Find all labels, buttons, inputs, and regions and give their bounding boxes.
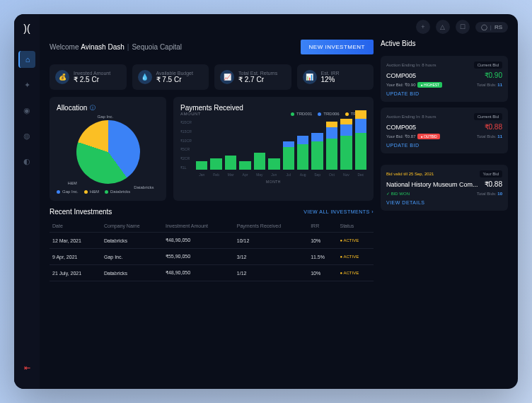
bid-badge: ● OUTBID bbox=[417, 134, 439, 139]
stat-label: Available Budget bbox=[156, 71, 193, 76]
bar-chart: ₹20CR₹15CR₹10CR₹5CR₹2CR₹1L bbox=[180, 120, 366, 170]
table-header-cell: Investment Amount bbox=[163, 220, 234, 233]
nav-logout[interactable]: ⇤ bbox=[18, 359, 35, 376]
bid-badge: ● HIGHEST bbox=[417, 82, 442, 88]
table-header-cell: Company Name bbox=[101, 220, 163, 233]
nav-reports[interactable]: ◍ bbox=[18, 127, 35, 144]
nav-portfolio[interactable]: ◉ bbox=[18, 102, 35, 119]
user-icon: ◯ bbox=[481, 24, 487, 30]
active-bids-title: Active Bids bbox=[381, 40, 508, 47]
bid-company-name: COMP005 bbox=[386, 72, 416, 79]
stats-row: 💰Invested Amount₹ 2.5 Cr💧Available Budge… bbox=[50, 64, 374, 90]
bid-value: ₹0.88 bbox=[485, 123, 502, 131]
payments-chart: Payments Received AMOUNT TRD001TRD006TRD… bbox=[173, 97, 374, 201]
bar-column bbox=[340, 119, 352, 170]
view-all-link[interactable]: VIEW ALL INVESTMENTS › bbox=[303, 209, 374, 214]
allocation-chart: Allocationⓘ Gap Inc. H&M Databricks Gap … bbox=[50, 97, 166, 201]
add-button[interactable]: + bbox=[416, 20, 430, 34]
table-row[interactable]: 9 Apr, 2021Gap Inc.₹55,90,0503/1211.5%AC… bbox=[50, 249, 374, 265]
right-column: Active Bids Auction Ending In: 8 hoursCu… bbox=[381, 40, 508, 379]
bell-icon: △ bbox=[440, 23, 445, 30]
main: + △ ☐ ◯|RS Welcome Avinash Dash|Sequoia … bbox=[40, 14, 518, 389]
legend-item: H&M bbox=[84, 189, 99, 194]
your-bid-label: Your Bid bbox=[480, 170, 502, 177]
bid-company-name: COMP005 bbox=[386, 124, 416, 131]
total-bids: Total Bids: 10 bbox=[477, 192, 502, 196]
legend-item: TRD001 bbox=[291, 112, 312, 116]
sidebar: )( ⌂ ✦ ◉ ◍ ◐ ⇤ bbox=[14, 14, 40, 389]
plus-icon: + bbox=[421, 23, 424, 30]
stat-card: 💰Invested Amount₹ 2.5 Cr bbox=[50, 64, 127, 90]
stat-label: Total Est. Returns bbox=[238, 71, 277, 76]
messages-button[interactable]: ☐ bbox=[456, 20, 470, 34]
total-bids: Total Bids: 11 bbox=[477, 83, 502, 87]
bar-column bbox=[297, 136, 308, 170]
legend-item: Gap Inc. bbox=[57, 189, 79, 194]
table-header: DateCompany NameInvestment AmountPayment… bbox=[50, 220, 374, 233]
investments-table: DateCompany NameInvestment AmountPayment… bbox=[50, 220, 374, 281]
pie-label-hm: H&M bbox=[68, 181, 77, 185]
your-bid: Your Bid: ₹0.90● HIGHEST bbox=[386, 82, 442, 87]
bid-won-card: Bid valid till 25 Sep, 2021 Your Bid Nat… bbox=[381, 165, 508, 211]
pie-label-gap: Gap Inc. bbox=[98, 115, 114, 119]
bid-ending: Auction Ending In: 8 hours bbox=[386, 115, 436, 119]
legend-item: TRD006 bbox=[318, 112, 339, 116]
stat-card: 📊Est. IRR12% bbox=[297, 64, 374, 90]
content: Welcome Avinash Dash|Sequoia Capital NEW… bbox=[40, 40, 518, 389]
update-bid-button[interactable]: UPDATE BID bbox=[386, 91, 502, 96]
nav-home[interactable]: ⌂ bbox=[18, 51, 35, 68]
user-initials: RS bbox=[495, 24, 502, 30]
stat-card: 📈Total Est. Returns₹ 2.7 Cr bbox=[214, 64, 291, 90]
stat-icon: 💰 bbox=[55, 70, 69, 84]
stat-value: ₹ 2.5 Cr bbox=[74, 76, 110, 83]
search-icon: ✦ bbox=[24, 81, 30, 90]
stat-icon: 📊 bbox=[303, 70, 317, 84]
nav-search[interactable]: ✦ bbox=[18, 76, 35, 93]
allocation-title: Allocationⓘ bbox=[57, 104, 159, 112]
x-axis: JanFebMarAprMayJunJulAugSepOctNovDec bbox=[180, 173, 366, 177]
chart-icon: ◍ bbox=[23, 132, 30, 141]
table-header-cell: IRR bbox=[308, 220, 337, 233]
bid-ending: Auction Ending In: 8 hours bbox=[386, 63, 436, 67]
bid-won-badge: ✓ BID WON bbox=[386, 191, 410, 196]
bid-value: ₹0.88 bbox=[485, 180, 502, 188]
welcome-text: Welcome Avinash Dash|Sequoia Capital bbox=[50, 43, 182, 51]
user-badge[interactable]: ◯|RS bbox=[475, 22, 508, 33]
bar-column bbox=[225, 156, 236, 170]
new-investment-button[interactable]: NEW INVESTMENT bbox=[301, 40, 374, 54]
your-bid: Your Bid: ₹0.87● OUTBID bbox=[386, 134, 440, 139]
table-header-cell: Payments Received bbox=[234, 220, 308, 233]
bar-column bbox=[210, 158, 221, 170]
current-bid-label: Current Bid bbox=[474, 62, 502, 69]
nav-settings[interactable]: ◐ bbox=[18, 153, 35, 170]
investments-section: Recent Investments VIEW ALL INVESTMENTS … bbox=[50, 208, 374, 281]
table-header-cell: Date bbox=[50, 220, 101, 233]
table-row[interactable]: 21 July, 2021Databricks₹48,90,0501/1210%… bbox=[50, 265, 374, 281]
stat-label: Invested Amount bbox=[74, 71, 110, 76]
bid-card: Auction Ending In: 8 hoursCurrent Bid CO… bbox=[381, 56, 508, 102]
investments-title: Recent Investments bbox=[50, 208, 112, 216]
month-label: MONTH bbox=[180, 180, 366, 184]
message-icon: ☐ bbox=[460, 23, 466, 30]
logout-icon: ⇤ bbox=[24, 363, 30, 373]
update-bid-button[interactable]: UPDATE BID bbox=[386, 143, 502, 148]
bar-column bbox=[311, 133, 323, 170]
bar-column bbox=[326, 122, 337, 170]
table-row[interactable]: 12 Mar, 2021Databricks₹48,90,05010/1210%… bbox=[50, 233, 374, 249]
bar-column bbox=[268, 158, 279, 170]
notifications-button[interactable]: △ bbox=[436, 20, 450, 34]
stat-icon: 💧 bbox=[138, 70, 152, 84]
table-header-cell: Status bbox=[337, 220, 374, 233]
app-window: )( ⌂ ✦ ◉ ◍ ◐ ⇤ + △ ☐ ◯|RS Welcome Avinas… bbox=[14, 14, 518, 389]
stat-value: ₹ 2.7 Cr bbox=[238, 76, 277, 83]
left-column: Welcome Avinash Dash|Sequoia Capital NEW… bbox=[50, 40, 374, 379]
payments-title: Payments Received bbox=[180, 104, 366, 112]
y-axis: ₹20CR₹15CR₹10CR₹5CR₹2CR₹1L bbox=[180, 120, 192, 170]
info-icon[interactable]: ⓘ bbox=[90, 104, 96, 112]
bid-company-name: National History Museum Com... bbox=[386, 181, 478, 188]
logo: )( bbox=[23, 23, 30, 34]
stat-icon: 📈 bbox=[220, 70, 234, 84]
amount-label: AMOUNT bbox=[180, 112, 201, 116]
allocation-legend: Gap Inc.H&MDatabricks bbox=[57, 189, 159, 194]
view-details-button[interactable]: VIEW DETAILS bbox=[386, 200, 502, 205]
